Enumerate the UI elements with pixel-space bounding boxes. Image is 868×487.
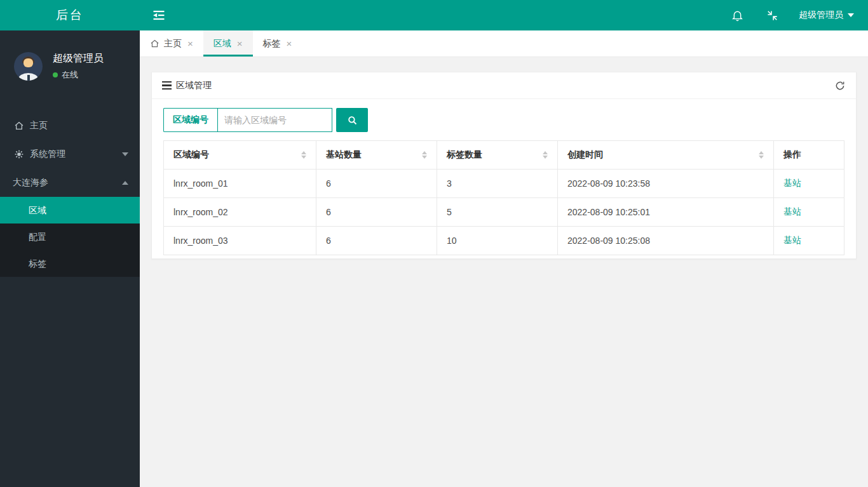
table-row: lnrx_room_02 6 5 2022-08-09 10:25:01 基站 [164, 198, 844, 227]
cell-actions: 基站 [774, 227, 844, 255]
sort-icon[interactable] [301, 151, 306, 159]
column-header-created[interactable]: 创建时间 [558, 141, 774, 170]
app-logo[interactable]: 后台 [0, 0, 140, 30]
cell-tags: 10 [437, 227, 558, 255]
caret-down-icon [848, 13, 854, 17]
sidebar-item-label: 系统管理 [30, 149, 65, 160]
tab-bar: 主页 × 区域 × 标签 × [140, 30, 868, 57]
column-label: 区域编号 [173, 149, 209, 161]
sidebar-item-label: 大连海参 [13, 177, 48, 189]
cell-actions: 基站 [774, 198, 844, 227]
tab-label: 区域 [214, 38, 231, 50]
column-label: 基站数量 [326, 149, 362, 161]
gear-icon [14, 149, 24, 159]
sidebar-item-system[interactable]: 系统管理 [0, 140, 140, 168]
sort-icon[interactable] [759, 151, 764, 159]
user-status: 在线 [53, 69, 104, 81]
user-panel: 超级管理员 在线 [0, 30, 140, 100]
tab-home[interactable]: 主页 × [140, 30, 203, 57]
area-table: 区域编号 基站数量 标签数量 创建时间 操作 lnrx_room_01 6 [163, 140, 844, 255]
home-icon [14, 121, 24, 131]
user-status-label: 在线 [62, 69, 78, 81]
app-root: 后台 超级管理员 在线 主页 [0, 0, 868, 487]
cell-area-id: lnrx_room_03 [164, 227, 316, 255]
close-icon[interactable]: × [187, 39, 193, 48]
search-form: 区域编号 [163, 108, 844, 132]
user-dropdown[interactable]: 超级管理员 [790, 0, 868, 30]
close-icon[interactable]: × [237, 39, 243, 48]
column-header-area-id[interactable]: 区域编号 [164, 141, 316, 170]
station-link[interactable]: 基站 [783, 178, 801, 188]
column-label: 操作 [783, 149, 801, 161]
avatar [14, 52, 43, 81]
search-field-label: 区域编号 [163, 108, 217, 132]
tab-tag[interactable]: 标签 × [253, 30, 302, 57]
cell-created: 2022-08-09 10:25:08 [558, 227, 774, 255]
home-icon [150, 39, 159, 48]
user-name: 超级管理员 [53, 52, 104, 65]
refresh-icon[interactable] [834, 80, 846, 91]
sidebar-item-label: 主页 [30, 120, 48, 131]
cell-area-id: lnrx_room_02 [164, 198, 316, 227]
sidebar-item-area[interactable]: 区域 [0, 197, 140, 223]
search-input[interactable] [217, 108, 332, 132]
tab-area[interactable]: 区域 × [203, 30, 253, 57]
station-link[interactable]: 基站 [783, 206, 801, 217]
list-icon [162, 81, 172, 90]
content-area: 区域管理 区域编号 [140, 57, 868, 487]
sidebar-menu: 主页 系统管理 大连海参 区域 配置 [0, 111, 140, 277]
user-info: 超级管理员 在线 [53, 52, 104, 81]
sidebar-item-dalian[interactable]: 大连海参 [0, 168, 140, 197]
panel-title: 区域管理 [176, 80, 212, 91]
search-button[interactable] [336, 108, 368, 132]
sidebar-item-label: 标签 [29, 258, 46, 269]
table-row: lnrx_room_03 6 10 2022-08-09 10:25:08 基站 [164, 227, 844, 255]
tab-label: 主页 [164, 38, 182, 50]
bell-icon[interactable] [720, 0, 755, 30]
tab-label: 标签 [263, 38, 281, 50]
cell-stations: 6 [316, 170, 437, 198]
main-area: 超级管理员 主页 × 区域 × 标签 × [140, 0, 868, 487]
cell-tags: 5 [437, 198, 558, 227]
column-header-actions: 操作 [774, 141, 844, 170]
column-label: 标签数量 [447, 149, 482, 161]
cell-created: 2022-08-09 10:23:58 [558, 170, 774, 198]
online-dot-icon [53, 72, 58, 77]
cell-created: 2022-08-09 10:25:01 [558, 198, 774, 227]
cell-stations: 6 [316, 198, 437, 227]
sort-icon[interactable] [543, 151, 548, 159]
panel-title-group: 区域管理 [162, 80, 212, 91]
column-header-tags[interactable]: 标签数量 [437, 141, 558, 170]
menu-fold-icon[interactable] [140, 0, 178, 30]
table-header-row: 区域编号 基站数量 标签数量 创建时间 操作 [164, 141, 844, 170]
sidebar-item-config[interactable]: 配置 [0, 223, 140, 250]
sidebar-item-tag[interactable]: 标签 [0, 250, 140, 277]
chevron-down-icon [122, 152, 128, 156]
topbar-right: 超级管理员 [720, 0, 868, 30]
close-icon[interactable]: × [287, 39, 292, 48]
topbar: 超级管理员 [140, 0, 868, 30]
avatar-face [24, 58, 33, 67]
sidebar-item-label: 区域 [29, 205, 46, 215]
fullscreen-exit-icon[interactable] [755, 0, 790, 30]
cell-actions: 基站 [774, 170, 844, 198]
station-link[interactable]: 基站 [783, 235, 801, 245]
panel-body: 区域编号 区域编号 基站数量 标签数量 [152, 99, 856, 258]
table-row: lnrx_room_01 6 3 2022-08-09 10:23:58 基站 [164, 170, 844, 198]
chevron-up-icon [122, 181, 128, 185]
sidebar: 后台 超级管理员 在线 主页 [0, 0, 140, 487]
user-dropdown-label: 超级管理员 [799, 10, 843, 21]
avatar-tie [27, 75, 30, 81]
sidebar-item-home[interactable]: 主页 [0, 111, 140, 140]
column-header-stations[interactable]: 基站数量 [316, 141, 437, 170]
cell-area-id: lnrx_room_01 [164, 170, 316, 198]
cell-tags: 3 [437, 170, 558, 198]
cell-stations: 6 [316, 227, 437, 255]
sidebar-item-label: 配置 [29, 232, 46, 242]
sort-icon[interactable] [422, 151, 427, 159]
area-management-panel: 区域管理 区域编号 [151, 72, 857, 259]
column-label: 创建时间 [567, 149, 603, 161]
panel-header: 区域管理 [152, 72, 856, 99]
sidebar-submenu: 区域 配置 标签 [0, 197, 140, 277]
